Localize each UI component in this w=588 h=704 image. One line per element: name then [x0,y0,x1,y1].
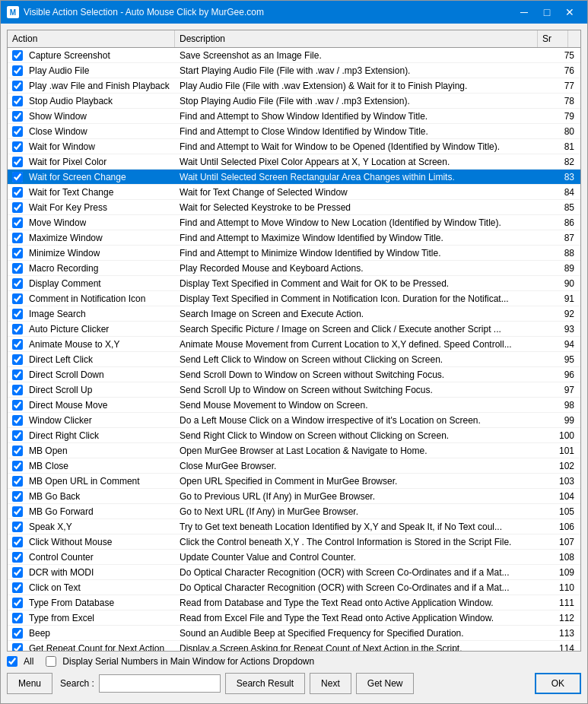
table-row[interactable]: Play .wav File and Finish PlaybackPlay A… [8,78,580,94]
row-checkbox[interactable] [12,430,23,441]
row-checkbox[interactable] [12,567,23,578]
table-row[interactable]: Show WindowFind and Attempt to Show Wind… [8,109,580,124]
table-row[interactable]: DCR with MODIDo Optical Character Recogn… [8,565,580,580]
table-row[interactable]: Get Repeat Count for Next ActionDisplay … [8,641,580,651]
row-checkbox[interactable] [12,96,23,106]
table-row[interactable]: Wait For Key PressWait for Selected Keys… [8,200,580,215]
row-checkbox[interactable] [12,263,23,274]
table-row[interactable]: Direct Scroll UpSend Scroll Up to Window… [8,382,580,398]
row-checkbox[interactable] [12,385,23,395]
row-checkbox[interactable] [12,50,23,61]
row-checkbox[interactable] [12,354,23,365]
row-checkbox[interactable] [12,415,23,426]
ok-button[interactable]: OK [535,673,581,694]
row-checkbox[interactable] [12,506,23,517]
row-checkbox[interactable] [12,461,23,471]
table-row[interactable]: MB OpenOpen MurGee Browser at Last Locat… [8,443,580,458]
row-checkbox[interactable] [12,187,23,198]
table-row[interactable]: BeepSound an Audible Beep at Specified F… [8,626,580,641]
table-row[interactable]: Play Audio FileStart Playing Audio File … [8,63,580,78]
row-checkbox[interactable] [12,309,23,319]
table-row[interactable]: MB Go ForwardGo to Next URL (If Any) in … [8,504,580,519]
row-checkbox[interactable] [12,141,23,152]
table-row[interactable]: Comment in Notification IconDisplay Text… [8,291,580,306]
row-checkbox[interactable] [12,491,23,502]
row-checkbox[interactable] [12,81,23,91]
minimize-button[interactable]: ─ [513,1,536,24]
table-row[interactable]: Wait for Screen ChangeWait Until Selecte… [8,170,580,185]
table-row[interactable]: Direct Left ClickSend Left Click to Wind… [8,352,580,367]
row-checkbox[interactable] [12,369,23,380]
row-checkbox[interactable] [12,598,23,608]
row-checkbox[interactable] [12,233,23,243]
table-row[interactable]: Click on TextDo Optical Character Recogn… [8,580,580,595]
row-checkbox[interactable] [12,248,23,258]
maximize-button[interactable]: □ [536,1,558,24]
table-row[interactable]: Auto Picture ClickerSearch Specific Pict… [8,322,580,337]
header-description[interactable]: Description [175,30,538,47]
serial-numbers-checkbox[interactable] [46,656,56,667]
close-button[interactable]: ✕ [558,1,581,24]
header-sr[interactable]: Sr [538,30,568,47]
table-row[interactable]: Close WindowFind and Attempt to Close Wi… [8,124,580,139]
row-checkbox[interactable] [12,552,23,563]
row-checkbox[interactable] [12,278,23,289]
row-checkbox[interactable] [12,324,23,335]
serial-check-area: Display Serial Numbers in Main Window fo… [46,656,314,667]
table-row[interactable]: Direct Scroll DownSend Scroll Down to Wi… [8,367,580,382]
row-checkbox[interactable] [12,643,23,652]
next-button[interactable]: Next [310,673,351,694]
table-row[interactable]: Move WindowFind and Attempt to Move Wind… [8,215,580,230]
table-row[interactable]: Direct Mouse MoveSend Mouse Movement to … [8,398,580,413]
table-row[interactable]: MB CloseClose MurGee Browser.102 [8,458,580,474]
row-checkbox[interactable] [12,613,23,623]
table-row[interactable]: Maximize WindowFind and Attempt to Maxim… [8,230,580,246]
row-checkbox[interactable] [12,522,23,532]
table-row[interactable]: MB Open URL in CommentOpen URL Specified… [8,474,580,489]
table-row[interactable]: Animate Mouse to X,YAnimate Mouse Moveme… [8,337,580,352]
table-row[interactable]: Click Without MouseClick the Control ben… [8,534,580,550]
table-row[interactable]: Macro RecordingPlay Recorded Mouse and K… [8,261,580,276]
all-checkbox[interactable] [7,656,17,667]
row-checkbox[interactable] [12,172,23,182]
search-result-button[interactable]: Search Result [225,673,305,694]
row-checkbox[interactable] [12,446,23,456]
get-new-button[interactable]: Get New [356,673,415,694]
table-row[interactable]: Control CounterUpdate Counter Value and … [8,550,580,565]
row-checkbox[interactable] [12,400,23,411]
table-row[interactable]: Image SearchSearch Image on Screen and E… [8,306,580,322]
row-checkbox[interactable] [12,476,23,487]
row-checkbox[interactable] [12,65,23,76]
table-row[interactable]: Stop Audio PlaybackStop Playing Audio Fi… [8,94,580,109]
table-row[interactable]: Wait for WindowFind and Attempt to Wait … [8,139,580,154]
row-checkbox[interactable] [12,217,23,228]
menu-button[interactable]: Menu [7,673,52,694]
table-row[interactable]: Wait for Pixel ColorWait Until Selected … [8,154,580,170]
table-row[interactable]: Minimize WindowFind and Attempt to Minim… [8,246,580,261]
search-input[interactable] [99,674,221,693]
row-checkbox[interactable] [12,202,23,213]
row-checkbox[interactable] [12,537,23,547]
table-row[interactable]: Type from ExcelRead from Excel File and … [8,610,580,626]
row-checkbox[interactable] [12,339,23,350]
table-row[interactable]: Direct Right ClickSend Right Click to Wi… [8,428,580,443]
action-cell: Speak X,Y [8,519,175,534]
table-row[interactable]: Capture ScreenshotSave Screenshot as an … [8,48,580,63]
row-checkbox[interactable] [12,111,23,122]
table-row[interactable]: MB Go BackGo to Previous URL (If Any) in… [8,489,580,504]
table-row[interactable]: Window ClickerDo a Left Mouse Click on a… [8,413,580,428]
row-checkbox[interactable] [12,126,23,137]
table-row[interactable]: Type From DatabaseRead from Database and… [8,595,580,610]
table-body[interactable]: Capture ScreenshotSave Screenshot as an … [8,48,580,651]
table-row[interactable]: Wait for Text ChangeWait for Text Change… [8,185,580,200]
table-row[interactable]: Display CommentDisplay Text Specified in… [8,276,580,291]
row-checkbox[interactable] [12,628,23,639]
table-row[interactable]: Speak X,YTry to Get text beneath Locatio… [8,519,580,534]
all-label[interactable]: All [24,656,33,667]
row-checkbox[interactable] [12,293,23,304]
serial-label[interactable]: Display Serial Numbers in Main Window fo… [62,656,314,667]
header-action[interactable]: Action [8,30,175,47]
row-checkbox[interactable] [12,582,23,593]
description-cell: Do Optical Character Recognition (OCR) w… [175,565,550,579]
row-checkbox[interactable] [12,157,23,167]
